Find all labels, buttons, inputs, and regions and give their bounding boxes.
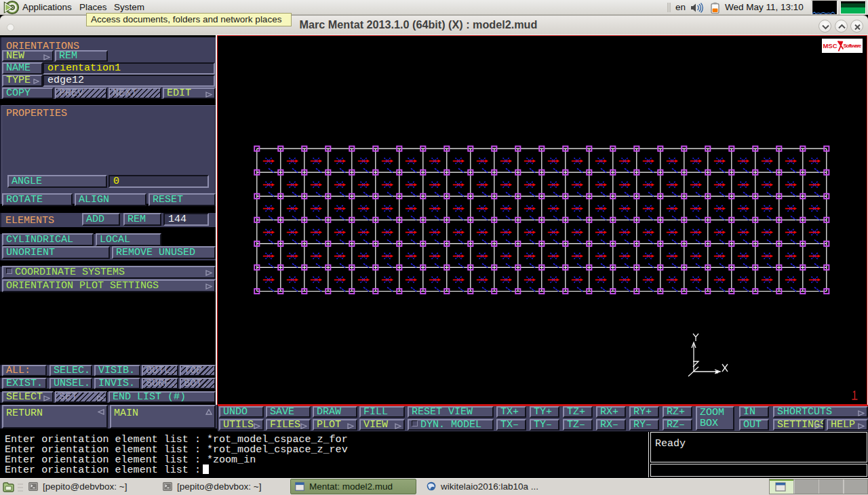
- svg-text:MSC: MSC: [823, 42, 837, 50]
- svg-text:Software: Software: [844, 43, 863, 49]
